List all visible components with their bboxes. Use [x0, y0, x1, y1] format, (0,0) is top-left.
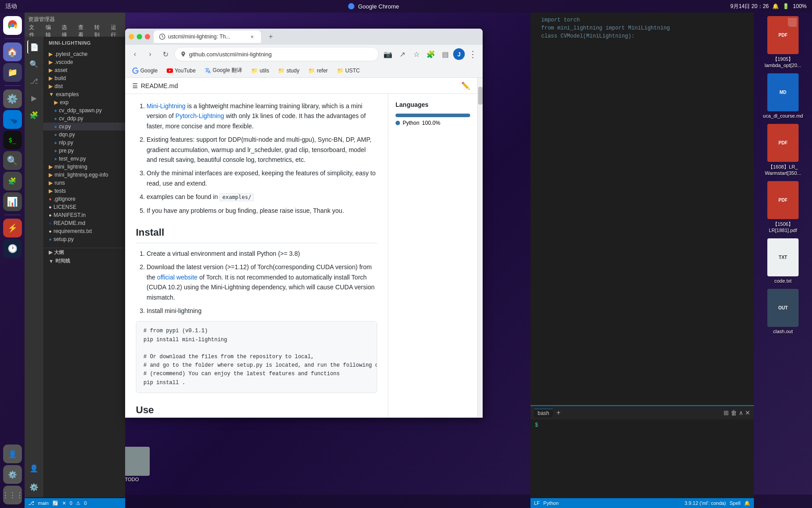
sidebar-item-tests[interactable]: ▶ tests — [43, 187, 125, 195]
sidebar-item-build[interactable]: ▶ build — [43, 74, 125, 82]
sync-icon[interactable]: 🔄 — [52, 500, 59, 506]
files-icon[interactable]: 📁 — [3, 63, 22, 82]
readme-edit-btn[interactable]: ✏️ — [461, 81, 470, 90]
chrome-minimize-btn[interactable] — [129, 34, 134, 39]
sidebar-item-exp[interactable]: ▶ exp — [43, 98, 125, 106]
mini-lightning-link[interactable]: Mini-Lightning — [147, 102, 185, 110]
bookmark-folder-refer[interactable]: 📁 refer — [305, 66, 332, 76]
desktop-icon-uca-dl[interactable]: MD uca_dl_course.md — [761, 73, 805, 119]
chrome-address-bar[interactable]: github.com/ustcml/mini-lightning — [174, 47, 379, 61]
user-icon[interactable]: 👤 — [3, 444, 22, 463]
thunder-icon[interactable]: ⚡ — [3, 219, 22, 237]
notification-icon[interactable]: 🔔 — [772, 3, 779, 9]
extensions-activity-icon[interactable]: 🧩 — [27, 108, 41, 122]
vscode-icon[interactable] — [3, 110, 22, 129]
sidebar-item-pre[interactable]: ● pre.py — [43, 147, 125, 155]
chrome-close-btn[interactable] — [145, 34, 150, 39]
editor-line-ending[interactable]: LF — [534, 500, 540, 506]
chrome-forward-btn[interactable]: › — [144, 48, 156, 60]
editor-python-version[interactable]: 3.9.12 ('ml': conda) — [685, 500, 726, 506]
terminal-tab-bash[interactable]: bash — [534, 409, 553, 417]
extension-icon[interactable]: 🧩 — [3, 172, 22, 190]
clock-icon[interactable]: 🕐 — [3, 239, 22, 258]
chrome-back-btn[interactable]: ‹ — [129, 48, 141, 60]
sidebar-item-cv-ddp-spawn[interactable]: ● cv_ddp_spawn.py — [43, 106, 125, 114]
chrome-maximize-btn[interactable] — [137, 34, 142, 39]
sidebar-timeline[interactable]: ▼ 时间线 — [43, 257, 125, 265]
settings-activity-icon[interactable]: ⚙️ — [27, 480, 41, 494]
readme-main[interactable]: Mini-Lightning is a lightweight machine … — [125, 94, 388, 418]
scrollbar-thumb[interactable] — [478, 87, 483, 105]
desktop-icon-clash-out[interactable]: OUT clash.out — [761, 289, 805, 334]
terminal-add-btn[interactable]: + — [556, 409, 560, 417]
git-branch-label[interactable]: main — [38, 500, 49, 506]
bookmark-folder-study[interactable]: 📁 study — [274, 66, 303, 76]
search-dock-icon[interactable]: 🔍 — [3, 151, 22, 170]
chrome-tab[interactable]: ustcml/mini-lightning: Th... ✕ — [154, 30, 261, 43]
bookmark-folder-utils[interactable]: 📁 utils — [248, 66, 273, 76]
chrome-sidebar-btn[interactable]: ▤ — [439, 48, 451, 60]
chrome-new-tab-btn[interactable]: + — [265, 30, 277, 43]
sidebar-item-gitignore[interactable]: ● .gitignore — [43, 195, 125, 203]
sidebar-item-mini-lightning[interactable]: ▶ mini_lightning — [43, 163, 125, 171]
account-activity-icon[interactable]: 👤 — [27, 461, 41, 475]
bookmark-youtube[interactable]: YouTube — [163, 66, 199, 76]
debug-activity-icon[interactable]: ▶ — [27, 91, 41, 105]
sidebar-item-dist[interactable]: ▶ dist — [43, 82, 125, 90]
terminal-close-btn[interactable]: ✕ — [745, 409, 750, 416]
desktop-icon-lambda-opt[interactable]: PDF 【1905】lambda_opt[20... — [761, 16, 805, 68]
sidebar-item-cv[interactable]: ● cv.py — [43, 123, 125, 131]
terminal-trash-btn[interactable]: 🗑 — [731, 409, 737, 416]
sidebar-item-dqn[interactable]: ● dqn.py — [43, 131, 125, 139]
desktop-icon-code-txt[interactable]: TXT code.txt — [761, 238, 805, 284]
sidebar-item-nlp[interactable]: ● nlp.py — [43, 139, 125, 147]
chrome-extensions-btn[interactable]: 🧩 — [425, 48, 437, 60]
terminal-collapse-btn[interactable]: ∧ — [739, 409, 743, 416]
editor-spell[interactable]: Spell — [730, 500, 740, 506]
sidebar-item-readme[interactable]: ● README.md — [43, 219, 125, 227]
bookmark-folder-ustc[interactable]: 📁 USTC — [333, 66, 364, 76]
chart-icon[interactable]: 📊 — [3, 192, 22, 211]
chrome-refresh-btn[interactable]: ↻ — [159, 48, 172, 60]
search-activity-icon[interactable]: 🔍 — [27, 57, 41, 71]
scrollbar[interactable] — [477, 78, 483, 418]
git-activity-icon[interactable]: ⎇ — [27, 74, 41, 88]
sidebar-item-setup[interactable]: ● setup.py — [43, 235, 125, 243]
terminal-icon[interactable]: $_ — [3, 131, 22, 149]
sidebar-outline[interactable]: ▶ 大纲 — [43, 248, 125, 257]
sidebar-item-vscode[interactable]: ▶ .vscode — [43, 58, 125, 66]
pytorch-lightning-link[interactable]: Pytorch-Lightning — [176, 112, 224, 119]
sidebar-item-test-env[interactable]: ● test_env.py — [43, 155, 125, 163]
apps-icon[interactable]: ⋮⋮⋮ — [3, 486, 22, 504]
sidebar-item-manifest[interactable]: ● MANIFEST.in — [43, 211, 125, 219]
gear-settings-icon[interactable]: ⚙️ — [3, 465, 22, 484]
home-icon[interactable]: 🏠 — [3, 42, 22, 61]
chrome-tab-close-btn[interactable]: ✕ — [248, 33, 256, 40]
chrome-screenshot-btn[interactable]: 📷 — [382, 48, 394, 60]
desktop-icon-lr[interactable]: PDF 【1506】LR[1881].pdf — [761, 181, 805, 233]
sidebar-item-asset[interactable]: ▶ asset — [43, 66, 125, 74]
chrome-menu-btn[interactable]: ⋮ — [467, 48, 479, 60]
chrome-icon[interactable] — [3, 16, 22, 35]
terminal-split-btn[interactable]: ⊞ — [724, 409, 729, 416]
terminal-content[interactable]: $ — [530, 419, 754, 431]
chrome-share-btn[interactable]: ↗ — [396, 48, 408, 60]
sidebar-item-requirements[interactable]: ● requirements.txt — [43, 227, 125, 235]
sidebar-item-cv-ddp[interactable]: ● cv_ddp.py — [43, 114, 125, 123]
bookmark-google[interactable]: Google — [129, 66, 161, 76]
activities-label[interactable]: 活动 — [5, 2, 17, 10]
official-website-link[interactable]: official website — [157, 274, 198, 281]
settings-icon[interactable]: ⚙️ — [3, 89, 22, 108]
chrome-bookmark-btn[interactable]: ☆ — [410, 48, 423, 60]
sidebar-item-license[interactable]: ● LICENSE — [43, 203, 125, 211]
explorer-activity-icon[interactable]: 📄 — [27, 40, 41, 54]
sidebar-item-mini-lightning-egg[interactable]: ▶ mini_lightning.egg-info — [43, 171, 125, 179]
editor-notification-icon[interactable]: 🔔 — [744, 500, 750, 506]
sidebar-item-runs[interactable]: ▶ runs — [43, 179, 125, 187]
bookmark-translate[interactable]: Google 翻译 — [201, 65, 246, 76]
desktop-icon-lr-warmstart[interactable]: PDF 【1608】LR_Warmstart[350... — [761, 124, 805, 176]
sidebar-item-examples[interactable]: ▼ examples — [43, 90, 125, 98]
editor-language[interactable]: Python — [543, 500, 559, 506]
sidebar-item-pytest-cache[interactable]: ▶ .pytest_cache — [43, 50, 125, 58]
chrome-profile-avatar[interactable]: J — [453, 48, 465, 60]
